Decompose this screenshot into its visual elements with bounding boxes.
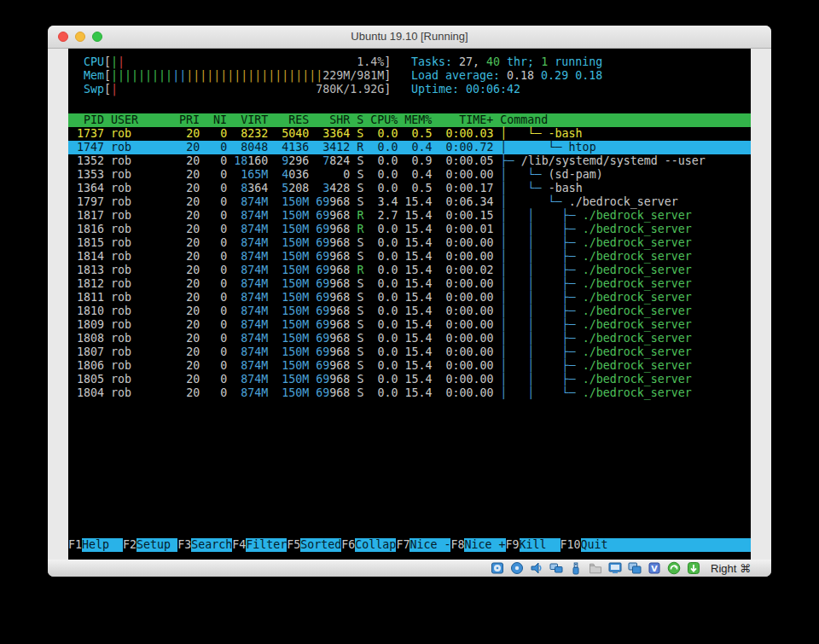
hard-disk-icon[interactable]: [491, 561, 504, 575]
recording-icon[interactable]: [628, 561, 642, 575]
htop-meters: CPU[|| 1.4%] Mem[|||||||||||||||||||||||…: [70, 55, 391, 96]
process-row-1812[interactable]: 1812 rob 20 0 874M 150M 69968 S 0.0 15.4…: [68, 277, 751, 291]
process-row-1815[interactable]: 1815 rob 20 0 874M 150M 69968 S 0.0 15.4…: [68, 236, 751, 250]
process-row-1808[interactable]: 1808 rob 20 0 874M 150M 69968 S 0.0 15.4…: [68, 332, 751, 345]
terminal[interactable]: CPU[|| 1.4%] Mem[|||||||||||||||||||||||…: [68, 49, 751, 560]
fkey-action-search[interactable]: Search: [191, 538, 232, 552]
process-row-1806[interactable]: 1806 rob 20 0 874M 150M 69968 S 0.0 15.4…: [68, 359, 751, 373]
process-row-1364[interactable]: 1364 rob 20 0 8364 5208 3428 S 0.0 0.5 0…: [68, 182, 751, 195]
fkey-F3: F3: [177, 538, 191, 552]
process-row-1810[interactable]: 1810 rob 20 0 874M 150M 69968 S 0.0 15.4…: [68, 305, 751, 318]
meter-swp: Swp[| 780K/1.92G]: [70, 83, 391, 96]
vm-display: CPU[|| 1.4%] Mem[|||||||||||||||||||||||…: [48, 49, 771, 560]
vbox-status-bar: V Right ⌘: [48, 560, 771, 577]
process-table: PID USER PRI NI VIRT RES SHR S CPU% MEM%…: [68, 113, 751, 400]
fkey-action-collap[interactable]: Collap: [355, 538, 396, 552]
fkey-action-nice-[interactable]: Nice +: [464, 538, 505, 552]
process-row-1737[interactable]: 1737 rob 20 0 8232 5040 3364 S 0.0 0.5 0…: [68, 127, 751, 141]
process-row-1813[interactable]: 1813 rob 20 0 874M 150M 69968 R 0.0 15.4…: [68, 264, 751, 277]
process-row-1747[interactable]: 1747 rob 20 0 8048 4136 3412 R 0.0 0.4 0…: [68, 141, 751, 154]
fkey-action-sorted[interactable]: Sorted: [300, 538, 341, 552]
meter-cpu: CPU[|| 1.4%]: [70, 55, 391, 69]
process-row-1804[interactable]: 1804 rob 20 0 874M 150M 69968 S 0.0 15.4…: [68, 386, 751, 400]
audio-icon[interactable]: [530, 561, 543, 575]
fkey-action-quit[interactable]: Quit: [581, 538, 622, 552]
usb-icon[interactable]: [569, 561, 583, 575]
svg-text:V: V: [651, 564, 658, 573]
process-row-1807[interactable]: 1807 rob 20 0 874M 150M 69968 S 0.0 15.4…: [68, 345, 751, 359]
process-row-1352[interactable]: 1352 rob 20 0 18160 9296 7824 S 0.0 0.9 …: [68, 154, 751, 168]
network-icon[interactable]: [549, 561, 563, 575]
fkey-F1: F1: [68, 538, 82, 552]
summary-line: Load average: 0.18 0.29 0.18: [411, 69, 602, 83]
fkey-F6: F6: [341, 538, 355, 552]
window-titlebar[interactable]: Ubuntu 19.10 [Running]: [48, 26, 771, 49]
fkey-F7: F7: [396, 538, 410, 552]
shared-folders-icon[interactable]: [589, 561, 602, 575]
process-row-1817[interactable]: 1817 rob 20 0 874M 150M 69968 R 2.7 15.4…: [68, 209, 751, 223]
process-row-1816[interactable]: 1816 rob 20 0 874M 150M 69968 R 0.0 15.4…: [68, 223, 751, 236]
process-row-1809[interactable]: 1809 rob 20 0 874M 150M 69968 S 0.0 15.4…: [68, 318, 751, 332]
vm-features-icon[interactable]: V: [648, 561, 661, 575]
meter-mem: Mem[|||||||||||||||||||||||||||||||229M/…: [70, 69, 391, 83]
fkey-action-kill[interactable]: Kill: [520, 538, 561, 552]
table-header-row[interactable]: PID USER PRI NI VIRT RES SHR S CPU% MEM%…: [68, 113, 751, 127]
display-icon[interactable]: [608, 561, 622, 575]
fkey-F8: F8: [450, 538, 464, 552]
process-row-1797[interactable]: 1797 rob 20 0 874M 150M 69968 S 3.4 15.4…: [68, 195, 751, 209]
summary-line: Uptime: 00:06:42: [411, 83, 602, 96]
vm-window: Ubuntu 19.10 [Running] CPU[|| 1.4%] Mem[…: [48, 26, 771, 577]
window-title: Ubuntu 19.10 [Running]: [48, 26, 771, 48]
optical-disc-icon[interactable]: [510, 561, 524, 575]
htop-summary: Tasks: 27, 40 thr; 1 runningLoad average…: [411, 55, 602, 96]
fkey-F4: F4: [232, 538, 246, 552]
process-row-1353[interactable]: 1353 rob 20 0 165M 4036 0 S 0.0 0.4 0:00…: [68, 168, 751, 182]
fkey-action-nice-[interactable]: Nice -: [410, 538, 450, 552]
fkey-F10: F10: [561, 538, 581, 552]
fkey-action-setup[interactable]: Setup: [136, 538, 177, 552]
fkey-F5: F5: [287, 538, 300, 552]
host-key-indicator: Right ⌘: [711, 562, 751, 575]
mouse-integration-icon[interactable]: [667, 561, 681, 575]
fkey-F9: F9: [506, 538, 520, 552]
summary-line: Tasks: 27, 40 thr; 1 running: [411, 55, 602, 69]
fkey-action-help[interactable]: Help: [82, 538, 123, 552]
function-key-bar: F1Help F2Setup F3SearchF4FilterF5SortedF…: [68, 538, 751, 552]
fkey-action-filter[interactable]: Filter: [246, 538, 287, 552]
auto-resize-icon[interactable]: [687, 561, 700, 575]
process-row-1814[interactable]: 1814 rob 20 0 874M 150M 69968 S 0.0 15.4…: [68, 250, 751, 264]
process-row-1805[interactable]: 1805 rob 20 0 874M 150M 69968 S 0.0 15.4…: [68, 373, 751, 386]
fkey-F2: F2: [123, 538, 136, 552]
process-row-1811[interactable]: 1811 rob 20 0 874M 150M 69968 S 0.0 15.4…: [68, 291, 751, 305]
